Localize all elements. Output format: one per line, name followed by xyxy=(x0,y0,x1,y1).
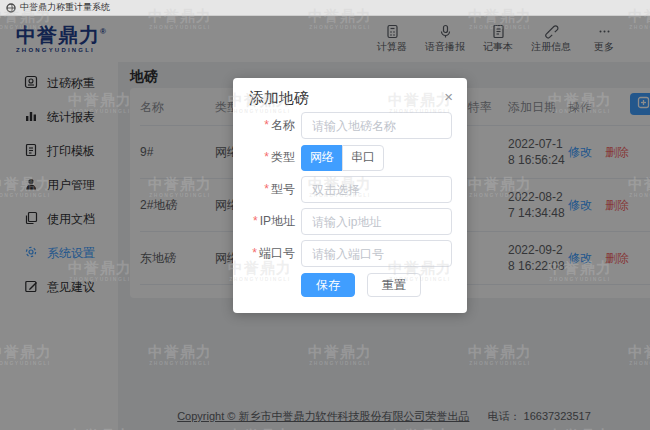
window-titlebar: 中誉鼎力称重计量系统 xyxy=(0,0,650,16)
close-icon[interactable]: × xyxy=(444,89,453,104)
name-field-label: 名称 xyxy=(271,118,295,132)
type-radio-group: 网络 串口 xyxy=(301,145,384,171)
required-mark: * xyxy=(253,214,258,228)
model-field[interactable] xyxy=(301,176,452,203)
required-mark: * xyxy=(264,182,269,196)
save-button[interactable]: 保存 xyxy=(301,273,355,297)
add-weighbridge-form: *名称 *类型 网络 串口 *型号 *IP地址 *端口号 保存 重置 xyxy=(249,112,452,297)
port-field-label: 端口号 xyxy=(259,246,295,260)
ip-field-label: IP地址 xyxy=(260,214,295,228)
ip-field[interactable] xyxy=(301,208,452,235)
type-option-serial[interactable]: 串口 xyxy=(342,145,384,171)
app-globe-icon xyxy=(6,3,16,13)
required-mark: * xyxy=(264,118,269,132)
type-option-network[interactable]: 网络 xyxy=(301,145,342,171)
dialog-title: 添加地磅 xyxy=(249,90,452,106)
add-weighbridge-dialog: 添加地磅 × *名称 *类型 网络 串口 *型号 *IP地址 *端口号 保存 xyxy=(233,78,467,313)
port-field[interactable] xyxy=(301,240,452,267)
model-field-label: 型号 xyxy=(271,182,295,196)
required-mark: * xyxy=(264,150,269,164)
type-field-label: 类型 xyxy=(271,150,295,164)
window-title: 中誉鼎力称重计量系统 xyxy=(20,1,110,14)
required-mark: * xyxy=(252,246,257,260)
reset-button[interactable]: 重置 xyxy=(367,273,421,297)
name-field[interactable] xyxy=(301,112,452,139)
